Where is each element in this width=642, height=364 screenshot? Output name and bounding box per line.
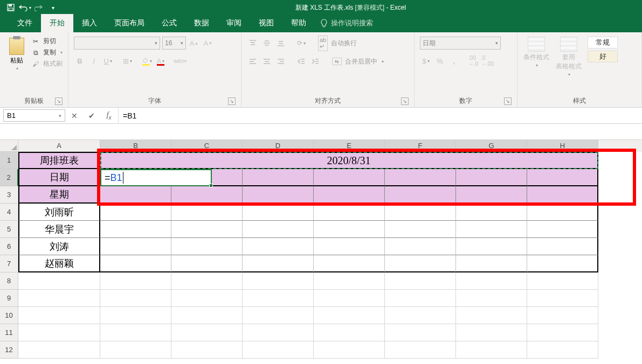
cell-A8[interactable] (18, 272, 100, 290)
cell-F10[interactable] (385, 307, 456, 324)
cell-D10[interactable] (243, 307, 314, 324)
cell-E10[interactable] (314, 307, 385, 324)
cell-D11[interactable] (243, 324, 314, 341)
row-header-2[interactable]: 2 (0, 169, 18, 186)
insert-function-button[interactable]: fx (103, 110, 115, 122)
save-button[interactable] (4, 2, 17, 13)
undo-button[interactable]: ▾ (18, 2, 31, 13)
cell-styles-gallery[interactable]: 常规 好 (588, 37, 618, 62)
col-header-H[interactable]: H (527, 140, 598, 152)
cell-B1-merged[interactable]: 2020/8/31 (100, 152, 598, 169)
tab-home[interactable]: 开始 (41, 14, 73, 32)
row-header-4[interactable]: 4 (0, 204, 18, 221)
cell-G7[interactable] (456, 255, 527, 272)
formula-input[interactable]: =B1 (118, 108, 642, 123)
clipboard-launcher[interactable]: ↘ (55, 97, 63, 105)
tab-help[interactable]: 帮助 (282, 14, 315, 32)
cell-D2[interactable] (243, 169, 314, 186)
decrease-font-button[interactable]: A▼ (202, 37, 214, 49)
underline-button[interactable]: U▾ (102, 55, 114, 67)
orientation-button[interactable]: ⟳▾ (295, 37, 307, 49)
cell-B3[interactable] (100, 186, 171, 204)
cell-F5[interactable] (385, 221, 456, 238)
cell-B9[interactable] (100, 290, 171, 307)
cell-A12[interactable] (18, 341, 100, 359)
cell-H8[interactable] (527, 272, 598, 290)
cell-B11[interactable] (100, 324, 171, 341)
font-size-combo[interactable]: 16▾ (162, 37, 186, 50)
italic-button[interactable]: I (88, 55, 100, 67)
col-header-E[interactable]: E (314, 140, 385, 152)
border-button[interactable]: ⊞▾ (121, 55, 133, 67)
comma-format-button[interactable]: , (448, 55, 460, 67)
cell-C5[interactable] (171, 221, 243, 238)
cell-H6[interactable] (527, 238, 598, 255)
accounting-format-button[interactable]: $▾ (420, 55, 432, 67)
cell-D8[interactable] (243, 272, 314, 290)
cell-B12[interactable] (100, 341, 171, 359)
copy-button[interactable]: ⧉ 复制 ▾ (31, 48, 63, 57)
cell-H3[interactable] (527, 186, 598, 204)
cell-F6[interactable] (385, 238, 456, 255)
col-header-F[interactable]: F (385, 140, 456, 152)
row-header-12[interactable]: 12 (0, 341, 18, 359)
cell-B10[interactable] (100, 307, 171, 324)
tab-file[interactable]: 文件 (9, 14, 41, 32)
align-right-button[interactable] (275, 55, 287, 67)
row-header-8[interactable]: 8 (0, 272, 18, 290)
cell-A4[interactable]: 刘雨昕 (18, 204, 100, 221)
tab-formulas[interactable]: 公式 (153, 14, 185, 32)
cell-H4[interactable] (527, 204, 598, 221)
cell-C11[interactable] (171, 324, 243, 341)
cell-F3[interactable] (385, 186, 456, 204)
cancel-edit-button[interactable]: ✕ (68, 110, 80, 122)
cell-C2[interactable] (171, 169, 243, 186)
number-format-combo[interactable]: 日期▾ (420, 37, 501, 50)
cell-A11[interactable] (18, 324, 100, 341)
cell-D6[interactable] (243, 238, 314, 255)
font-name-combo[interactable]: ▾ (74, 37, 160, 50)
conditional-format-button[interactable]: 条件格式▾ (523, 37, 550, 68)
cell-G9[interactable] (456, 290, 527, 307)
tab-data[interactable]: 数据 (185, 14, 218, 32)
cell-H7[interactable] (527, 255, 598, 272)
row-header-9[interactable]: 9 (0, 290, 18, 307)
cell-B4[interactable] (100, 204, 171, 221)
cell-A10[interactable] (18, 307, 100, 324)
col-header-G[interactable]: G (456, 140, 527, 152)
cell-C9[interactable] (171, 290, 243, 307)
cell-C12[interactable] (171, 341, 243, 359)
cell-F8[interactable] (385, 272, 456, 290)
cell-A3[interactable]: 星期 (18, 186, 100, 204)
redo-button[interactable] (32, 2, 45, 13)
cell-G8[interactable] (456, 272, 527, 290)
cell-D7[interactable] (243, 255, 314, 272)
cell-C8[interactable] (171, 272, 243, 290)
cell-F4[interactable] (385, 204, 456, 221)
cell-C7[interactable] (171, 255, 243, 272)
cell-G4[interactable] (456, 204, 527, 221)
align-top-button[interactable] (247, 37, 259, 49)
align-bottom-button[interactable] (275, 37, 287, 49)
cell-F9[interactable] (385, 290, 456, 307)
decrease-indent-button[interactable] (295, 55, 307, 67)
font-launcher[interactable]: ↘ (228, 97, 236, 105)
undo-dropdown-icon[interactable]: ▾ (29, 5, 31, 10)
tab-pagelayout[interactable]: 页面布局 (106, 14, 153, 32)
cell-H11[interactable] (527, 324, 598, 341)
qat-customize-button[interactable]: ▾ (46, 2, 59, 13)
col-header-C[interactable]: C (171, 140, 243, 152)
cell-C4[interactable] (171, 204, 243, 221)
cell-F11[interactable] (385, 324, 456, 341)
cell-F7[interactable] (385, 255, 456, 272)
increase-indent-button[interactable] (309, 55, 321, 67)
percent-format-button[interactable]: % (434, 55, 446, 67)
align-middle-button[interactable] (261, 37, 273, 49)
tab-review[interactable]: 审阅 (218, 14, 250, 32)
bold-button[interactable]: B (74, 55, 86, 67)
row-header-11[interactable]: 11 (0, 324, 18, 341)
cell-D3[interactable] (243, 186, 314, 204)
cell-D12[interactable] (243, 341, 314, 359)
cell-G10[interactable] (456, 307, 527, 324)
worksheet-grid[interactable]: A B C D E F G H 1 周排班表 2020/8/31 2 日期 3 (0, 140, 642, 359)
